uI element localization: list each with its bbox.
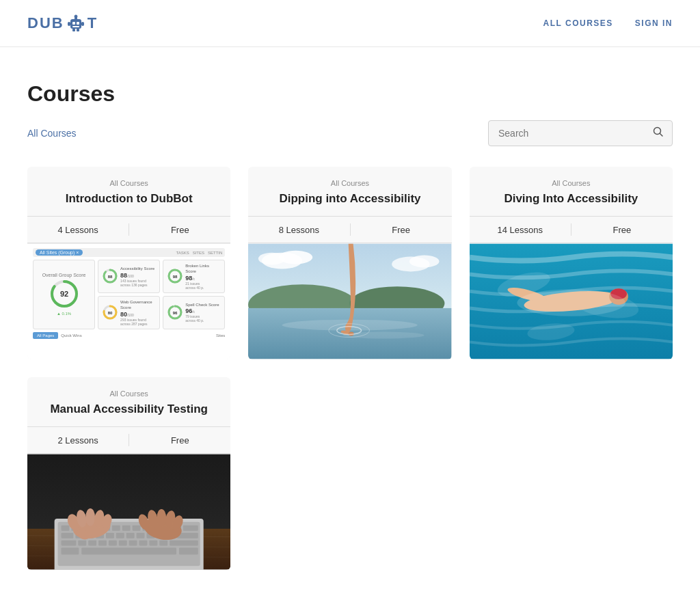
broken-links-detail: 21 issuesacross 40 p. bbox=[185, 282, 220, 290]
web-gov-num: 80/100 bbox=[120, 311, 155, 318]
accessibility-score-circle: 88 bbox=[103, 269, 118, 284]
svg-rect-95 bbox=[81, 548, 176, 555]
dashboard-mockup: All Sites (Group) × TASKS SITES SETTIN O… bbox=[27, 243, 230, 359]
dash-footer: All Pages Quick Wins Sites bbox=[33, 332, 225, 339]
svg-text:92: 92 bbox=[59, 290, 68, 298]
course-card-header: All Courses Manual Accessibility Testing bbox=[27, 377, 230, 417]
svg-rect-64 bbox=[112, 525, 120, 531]
course-card-header: All Courses Dipping into Accessibility bbox=[248, 167, 451, 206]
dash-scores: Overall Group Score 92 ▲ 0.1% bbox=[33, 260, 225, 329]
spell-check-num: 96/c bbox=[185, 308, 219, 314]
course-card-header: All Courses Introduction to DubBot bbox=[27, 167, 230, 206]
svg-rect-76 bbox=[106, 533, 114, 538]
svg-rect-90 bbox=[129, 541, 137, 546]
svg-point-40 bbox=[258, 253, 286, 265]
course-category: All Courses bbox=[260, 179, 439, 187]
page-title: Courses bbox=[27, 81, 673, 107]
svg-rect-9 bbox=[77, 29, 79, 31]
logo[interactable]: DUB T bbox=[27, 12, 98, 34]
svg-point-101 bbox=[85, 508, 95, 526]
course-card-dipping[interactable]: All Courses Dipping into Accessibility 8… bbox=[248, 167, 451, 359]
course-price: Free bbox=[571, 225, 673, 235]
svg-rect-86 bbox=[88, 541, 96, 546]
spell-check-circle: 96 bbox=[167, 305, 183, 320]
course-card-intro-dubbot[interactable]: All Courses Introduction to DubBot 4 Les… bbox=[27, 167, 230, 359]
water-foot-image bbox=[248, 243, 451, 359]
svg-rect-85 bbox=[78, 541, 86, 546]
svg-rect-97 bbox=[179, 548, 198, 555]
course-title: Manual Accessibility Testing bbox=[40, 402, 218, 417]
course-meta: 14 Lessons Free bbox=[470, 216, 673, 243]
accessibility-num: 88/100 bbox=[120, 272, 154, 279]
logo-text-dub: DUB bbox=[27, 14, 64, 32]
svg-rect-65 bbox=[122, 525, 131, 531]
broken-links-num: 98/c bbox=[185, 275, 220, 282]
svg-rect-77 bbox=[116, 533, 124, 538]
course-image-wrapper bbox=[470, 243, 673, 359]
course-lessons: 2 Lessons bbox=[27, 435, 129, 446]
course-card-diving[interactable]: All Courses Diving Into Accessibility 14… bbox=[470, 167, 673, 359]
search-input[interactable] bbox=[489, 122, 645, 144]
course-grid: All Courses Introduction to DubBot 4 Les… bbox=[27, 167, 673, 570]
course-title: Diving Into Accessibility bbox=[482, 191, 660, 206]
header: DUB T ALL COURSES SIGN IN bbox=[0, 0, 700, 47]
main-content: Courses All Courses All Courses Introduc… bbox=[0, 47, 700, 611]
svg-rect-94 bbox=[170, 541, 198, 546]
accessibility-score-card: 88 Accessibility Score 88/100 143 issues… bbox=[98, 260, 160, 293]
course-category: All Courses bbox=[40, 390, 218, 398]
sites-label: Sites bbox=[216, 333, 225, 338]
svg-rect-88 bbox=[109, 541, 117, 546]
course-lessons: 8 Lessons bbox=[248, 225, 349, 235]
course-lessons: 4 Lessons bbox=[27, 225, 129, 235]
course-title: Dipping into Accessibility bbox=[260, 191, 439, 206]
accessibility-detail: 143 issues foundacross 136 pages bbox=[120, 279, 154, 287]
course-price: Free bbox=[129, 435, 230, 446]
svg-rect-59 bbox=[62, 525, 70, 531]
filter-search-row: All Courses bbox=[27, 120, 673, 146]
svg-point-51 bbox=[517, 289, 625, 316]
nav-sign-in[interactable]: SIGN IN bbox=[635, 18, 673, 28]
svg-rect-7 bbox=[81, 22, 84, 26]
web-gov-score-card: 80 Web Governance Score 80/100 293 issue… bbox=[98, 296, 160, 329]
web-gov-detail: 293 issues foundacross 287 pages bbox=[120, 318, 155, 326]
spell-check-score-card: 96 Spell Check Score 96/c 79 issuesacros… bbox=[163, 296, 225, 329]
score-circle-svg: 92 bbox=[49, 279, 79, 309]
svg-rect-6 bbox=[68, 22, 70, 26]
course-category: All Courses bbox=[482, 179, 660, 187]
laptop-image bbox=[27, 454, 230, 570]
course-image-wrapper bbox=[27, 454, 230, 570]
svg-rect-2 bbox=[77, 22, 79, 25]
svg-point-32 bbox=[343, 332, 425, 339]
svg-text:88: 88 bbox=[108, 275, 113, 279]
svg-rect-79 bbox=[137, 533, 145, 538]
score-trend: ▲ 0.1% bbox=[42, 312, 86, 316]
search-container bbox=[488, 120, 673, 146]
course-price: Free bbox=[351, 225, 452, 235]
course-meta: 8 Lessons Free bbox=[248, 216, 451, 243]
svg-rect-8 bbox=[72, 29, 75, 31]
web-gov-circle: 80 bbox=[103, 305, 118, 320]
svg-rect-71 bbox=[183, 525, 198, 531]
search-button[interactable] bbox=[645, 121, 672, 146]
svg-rect-92 bbox=[149, 541, 157, 546]
broken-links-label: Broken Links Score bbox=[185, 263, 220, 275]
course-card-manual[interactable]: All Courses Manual Accessibility Testing… bbox=[27, 377, 230, 570]
filter-all-courses[interactable]: All Courses bbox=[27, 128, 77, 139]
svg-point-42 bbox=[409, 256, 440, 268]
nav-all-courses[interactable]: ALL COURSES bbox=[543, 18, 613, 28]
svg-rect-72 bbox=[62, 533, 74, 538]
main-nav: ALL COURSES SIGN IN bbox=[543, 18, 673, 28]
logo-text-t: T bbox=[88, 14, 98, 32]
dash-labels: TASKS SITES SETTIN bbox=[176, 251, 222, 255]
web-gov-label: Web Governance Score bbox=[120, 299, 155, 311]
svg-point-108 bbox=[157, 509, 166, 527]
svg-line-11 bbox=[660, 134, 663, 137]
svg-rect-87 bbox=[98, 541, 107, 546]
course-meta: 2 Lessons Free bbox=[27, 426, 230, 454]
quick-wins-label: Quick Wins bbox=[61, 333, 81, 338]
overall-label: Overall Group Score bbox=[42, 273, 86, 277]
svg-rect-84 bbox=[62, 541, 77, 546]
dash-tag: All Sites (Group) × bbox=[36, 249, 83, 256]
svg-rect-1 bbox=[72, 22, 75, 25]
svg-rect-96 bbox=[62, 548, 79, 555]
